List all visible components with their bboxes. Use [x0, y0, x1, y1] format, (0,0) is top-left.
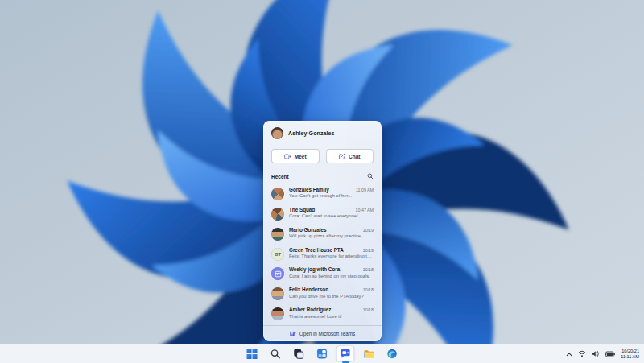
conversation-name: Felix Henderson	[289, 287, 328, 292]
teams-logo-icon	[290, 331, 296, 337]
search-icon	[270, 349, 281, 359]
search-button[interactable]	[267, 346, 284, 361]
conversation-avatar	[271, 208, 284, 221]
widgets-icon	[317, 349, 328, 359]
video-camera-icon	[284, 154, 291, 159]
calendar-icon	[275, 270, 282, 278]
open-in-teams-label: Open in Microsoft Teams	[299, 331, 356, 336]
flyout-header: Ashley Gonzales	[263, 121, 382, 143]
conversation-name: The Squad	[289, 207, 315, 212]
conversation-avatar	[271, 287, 284, 300]
task-view-button[interactable]	[291, 346, 308, 361]
conversation-name: Amber Rodriguez	[289, 307, 331, 312]
system-tray: 10/20/21 11:11 AM	[564, 344, 642, 363]
conversation-avatar	[271, 188, 284, 200]
conversation-row[interactable]: Felix Henderson 10/18 Can you drive me t…	[266, 285, 378, 302]
recent-title: Recent	[271, 174, 289, 179]
edge-icon	[387, 349, 398, 359]
desktop: Ashley Gonzales Meet Chat Recent	[0, 0, 644, 363]
task-view-icon	[294, 349, 304, 359]
tray-time: 11:11 AM	[621, 354, 639, 360]
conversation-name: Weekly jog with Cora	[289, 266, 340, 272]
conversation-avatar	[271, 307, 284, 320]
conversation-time: 10:47 AM	[356, 208, 374, 212]
conversation-preview: Felix: Thanks everyone for attending tod…	[289, 254, 374, 258]
taskbar: 10/20/21 11:11 AM	[0, 344, 644, 363]
conversation-time: 10/18	[363, 287, 374, 292]
conversation-preview: You: Can't get enough of her...	[289, 193, 374, 198]
widgets-button[interactable]	[314, 346, 331, 361]
conversation-preview: Cora: Can't wait to see everyone!	[289, 213, 374, 218]
wifi-icon[interactable]	[578, 350, 586, 357]
conversation-avatar: GT	[271, 248, 284, 261]
conversation-preview: Can you drive me to the PTA today?	[289, 294, 374, 299]
conversation-row[interactable]: Amber Rodriguez 10/18 That is awesome! L…	[266, 305, 378, 322]
conversation-name: Mario Gonzales	[289, 227, 327, 233]
conversation-avatar	[271, 267, 284, 280]
recent-header: Recent	[263, 167, 382, 182]
taskbar-center-icons	[244, 344, 401, 363]
chat-button[interactable]	[337, 346, 354, 361]
conversation-name: Gonzales Family	[289, 187, 329, 192]
compose-icon	[339, 153, 345, 159]
conversation-row[interactable]: Mario Gonzales 10/19 Will pick up pizza …	[266, 225, 378, 242]
search-icon[interactable]	[367, 173, 374, 179]
file-explorer-button[interactable]	[361, 346, 378, 361]
conversation-time: 10/19	[363, 248, 374, 253]
windows-logo-icon	[247, 349, 258, 359]
conversation-preview: That is awesome! Love it!	[289, 314, 374, 319]
conversation-time: 10/19	[363, 228, 374, 233]
battery-icon[interactable]	[605, 351, 615, 357]
conversation-preview: Will pick up pizza after my practice.	[289, 233, 374, 238]
meet-button[interactable]: Meet	[271, 149, 320, 163]
tray-date: 10/20/21	[621, 349, 639, 354]
chevron-up-icon[interactable]	[566, 352, 572, 357]
conversation-row[interactable]: The Squad 10:47 AM Cora: Can't wait to s…	[266, 205, 378, 222]
conversation-time: 10/18	[363, 307, 374, 312]
conversation-avatar	[271, 228, 284, 241]
conversation-row[interactable]: Gonzales Family 11:09 AM You: Can't get …	[266, 185, 378, 202]
volume-icon[interactable]	[592, 350, 600, 357]
conversation-list: Gonzales Family 11:09 AM You: Can't get …	[263, 182, 382, 325]
conversation-row[interactable]: Weekly jog with Cora 10/18 Cora: I am so…	[266, 265, 378, 282]
flyout-actions: Meet Chat	[263, 143, 382, 167]
user-avatar[interactable]	[271, 127, 283, 139]
user-name: Ashley Gonzales	[288, 130, 335, 136]
edge-button[interactable]	[384, 346, 401, 361]
open-in-teams-button[interactable]: Open in Microsoft Teams	[263, 325, 382, 341]
taskbar-clock[interactable]: 10/20/21 11:11 AM	[621, 349, 639, 360]
conversation-name: Green Tree House PTA	[289, 247, 344, 253]
chat-icon	[341, 349, 351, 359]
chat-button[interactable]: Chat	[326, 149, 374, 163]
conversation-time: 10/18	[363, 267, 374, 272]
conversation-row[interactable]: GT Green Tree House PTA 10/19 Felix: Tha…	[266, 245, 378, 262]
meet-label: Meet	[295, 154, 307, 159]
conversation-preview: Cora: I am so behind on my step goals.	[289, 274, 374, 278]
teams-chat-flyout: Ashley Gonzales Meet Chat Recent	[263, 121, 382, 341]
folder-icon	[363, 349, 374, 359]
start-button[interactable]	[244, 346, 261, 361]
conversation-time: 11:09 AM	[356, 188, 374, 192]
chat-label: Chat	[349, 154, 360, 159]
